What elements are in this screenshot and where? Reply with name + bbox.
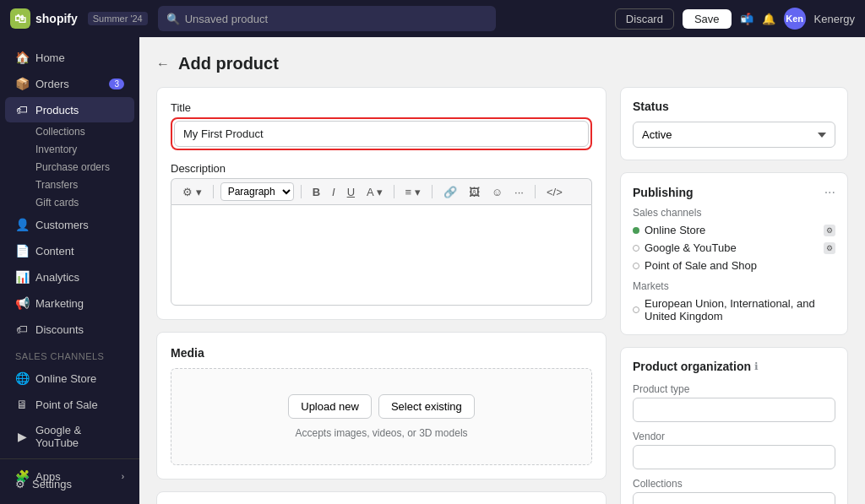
title-input[interactable]: [174, 121, 589, 147]
topbar: 🛍 shopify Summer '24 🔍 Unsaved product D…: [0, 0, 865, 37]
media-dropzone[interactable]: Upload new Select existing Accepts image…: [171, 368, 592, 465]
select-existing-button[interactable]: Select existing: [378, 394, 475, 419]
sidebar-item-point-of-sale[interactable]: 🖥 Point of Sale: [5, 392, 134, 417]
sidebar-item-online-store[interactable]: 🌐 Online Store: [5, 366, 134, 391]
channel-point-of-sale: Point of Sale and Shop: [633, 259, 835, 272]
home-icon: 🏠: [15, 51, 29, 64]
sidebar-item-content[interactable]: 📄 Content: [5, 238, 134, 263]
orders-icon: 📦: [15, 77, 29, 90]
title-card: Title Description ⚙ ▾ Paragraph: [156, 87, 607, 320]
paragraph-select[interactable]: Paragraph: [220, 182, 294, 201]
market-eu-item: European Union, International, and Unite…: [633, 297, 835, 322]
media-buttons: Upload new Select existing: [288, 394, 474, 419]
code-button[interactable]: </>: [542, 183, 567, 201]
online-store-settings-icon[interactable]: ⚙: [824, 225, 835, 236]
product-type-label: Product type: [633, 383, 835, 395]
sidebar-item-collections[interactable]: Collections: [5, 123, 134, 140]
category-card: Category Determines tax rates and adds m…: [156, 491, 607, 504]
products-label: Products: [35, 104, 79, 117]
app-body: 🏠 Home 📦 Orders 3 🏷 Products Collections…: [0, 37, 865, 504]
sidebar: 🏠 Home 📦 Orders 3 🏷 Products Collections…: [0, 37, 139, 504]
toolbar-sep-3: [394, 185, 394, 198]
online-store-icon: 🌐: [15, 371, 29, 385]
product-org-title: Product organization: [633, 360, 751, 373]
topbar-right: Discard Save 📬 🔔 Ken Kenergy: [615, 8, 855, 30]
status-label: Status: [633, 100, 835, 113]
status-select[interactable]: Active: [633, 122, 835, 148]
text-color-button[interactable]: A ▾: [362, 183, 387, 201]
google-youtube-settings-icon[interactable]: ⚙: [824, 242, 835, 254]
sidebar-item-orders[interactable]: 📦 Orders 3: [5, 71, 134, 96]
align-button[interactable]: ≡ ▾: [401, 183, 425, 201]
search-icon: 🔍: [166, 13, 180, 25]
sidebar-item-settings[interactable]: ⚙ Settings: [5, 472, 134, 496]
save-button[interactable]: Save: [683, 9, 732, 29]
sidebar-item-inventory[interactable]: Inventory: [5, 141, 134, 158]
sidebar-item-transfers[interactable]: Transfers: [5, 176, 134, 193]
page-header: ← Add product: [156, 54, 848, 73]
toolbar-sep-1: [213, 185, 214, 198]
online-store-label: Online Store: [35, 372, 96, 385]
pos-icon: 🖥: [15, 398, 29, 411]
description-content[interactable]: [171, 204, 592, 306]
page-title: Add product: [178, 54, 279, 73]
back-button[interactable]: ←: [156, 57, 170, 72]
bold-button[interactable]: B: [308, 183, 324, 201]
upload-new-button[interactable]: Upload new: [288, 394, 372, 419]
collections-org-label: Collections: [633, 478, 835, 490]
toolbar-format-btn[interactable]: ⚙ ▾: [178, 183, 206, 201]
discounts-label: Discounts: [35, 323, 84, 336]
mail-icon[interactable]: 📬: [740, 13, 753, 25]
marketing-icon: 📢: [15, 296, 29, 310]
google-youtube-dot: [633, 245, 639, 252]
italic-button[interactable]: I: [328, 183, 340, 201]
content-grid: Title Description ⚙ ▾ Paragraph: [156, 87, 848, 504]
avatar[interactable]: Ken: [784, 8, 806, 30]
sidebar-item-products[interactable]: 🏷 Products: [5, 97, 134, 122]
collections-field: Collections: [633, 478, 835, 504]
pos-dot: [633, 263, 639, 269]
topbar-search[interactable]: 🔍 Unsaved product: [158, 6, 496, 31]
publishing-menu-button[interactable]: ···: [824, 185, 835, 200]
shopify-logo: 🛍 shopify: [10, 8, 78, 29]
sidebar-item-home[interactable]: 🏠 Home: [5, 45, 134, 70]
sidebar-item-purchase-orders[interactable]: Purchase orders: [5, 159, 134, 176]
bell-icon[interactable]: 🔔: [762, 13, 775, 25]
sidebar-item-marketing[interactable]: 📢 Marketing: [5, 290, 134, 316]
analytics-label: Analytics: [35, 271, 79, 284]
content-label: Content: [35, 245, 74, 257]
image-button[interactable]: 🖼: [465, 183, 484, 201]
main-content: ← Add product Title Description ⚙ ▾: [139, 37, 865, 504]
product-organization-card: Product organization ℹ Product type Vend…: [620, 347, 848, 504]
pos-channel-label: Point of Sale and Shop: [645, 259, 757, 272]
product-org-header: Product organization ℹ: [633, 360, 835, 373]
more-button[interactable]: ···: [510, 183, 528, 201]
shopify-logo-icon: 🛍: [10, 8, 30, 29]
collections-input[interactable]: [633, 492, 835, 504]
sidebar-item-google-youtube[interactable]: ▶ Google & YouTube: [5, 418, 134, 455]
products-icon: 🏷: [15, 103, 29, 117]
product-org-info-icon[interactable]: ℹ: [754, 360, 759, 372]
online-store-channel-label: Online Store: [645, 224, 705, 236]
discard-button[interactable]: Discard: [615, 8, 674, 30]
sales-channels-section-label: Sales channels: [0, 343, 139, 365]
left-column: Title Description ⚙ ▾ Paragraph: [156, 87, 607, 504]
title-input-wrapper: [171, 117, 592, 150]
sidebar-item-customers[interactable]: 👤 Customers: [5, 212, 134, 237]
sidebar-item-discounts[interactable]: 🏷 Discounts: [5, 317, 134, 342]
google-icon: ▶: [15, 430, 29, 443]
emoji-button[interactable]: ☺: [487, 183, 507, 201]
status-card: Status Active: [620, 87, 848, 160]
vendor-input[interactable]: [633, 445, 835, 469]
eu-market-label: European Union, International, and Unite…: [645, 297, 835, 322]
sidebar-item-gift-cards[interactable]: Gift cards: [5, 194, 134, 211]
underline-button[interactable]: U: [343, 183, 359, 201]
link-button[interactable]: 🔗: [439, 183, 461, 201]
product-type-input[interactable]: [633, 398, 835, 422]
sidebar-item-analytics[interactable]: 📊 Analytics: [5, 264, 134, 290]
toolbar-sep-5: [535, 185, 536, 198]
right-column: Status Active Publishing ··· Sales chann…: [620, 87, 848, 504]
customers-label: Customers: [35, 219, 89, 231]
username: Kenergy: [814, 13, 855, 25]
analytics-icon: 📊: [15, 270, 29, 284]
